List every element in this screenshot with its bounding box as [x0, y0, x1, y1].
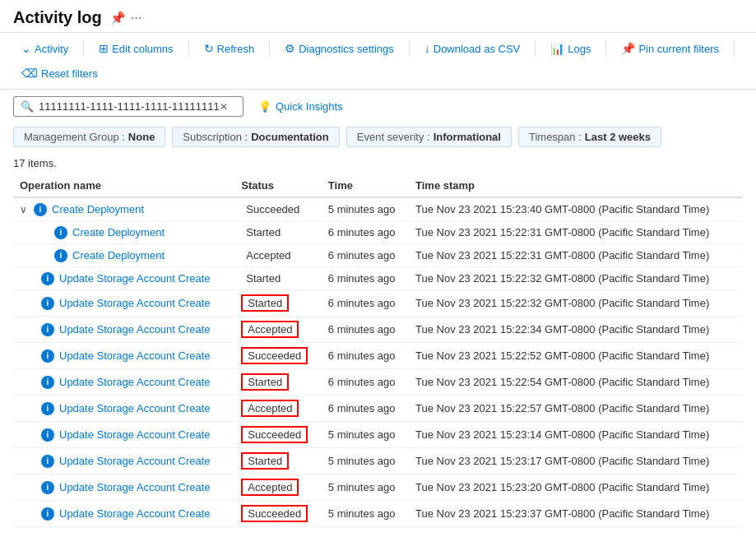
- table-row[interactable]: iUpdate Storage Account CreateAccepted6 …: [13, 317, 743, 343]
- operation-name[interactable]: Create Deployment: [52, 203, 144, 215]
- status-cell: Started: [234, 448, 322, 474]
- time-cell: 5 minutes ago: [322, 197, 409, 221]
- operation-name[interactable]: Create Deployment: [72, 249, 165, 261]
- info-icon: i: [54, 226, 67, 239]
- filter-tag-event-severity[interactable]: Event severity : Informational: [346, 127, 512, 147]
- separator: [409, 40, 410, 57]
- operation-name[interactable]: Update Storage Account Create: [59, 428, 211, 441]
- col-operation-name: Operation name: [13, 174, 234, 197]
- operation-cell: iCreate Deployment: [13, 221, 234, 244]
- chevron-icon[interactable]: ∨: [20, 204, 27, 215]
- status-value: Accepted: [241, 248, 295, 262]
- table-row[interactable]: iUpdate Storage Account CreateSucceeded6…: [13, 343, 743, 369]
- separator: [605, 40, 606, 57]
- timestamp-cell: Tue Nov 23 2021 15:22:31 GMT-0800 (Pacif…: [409, 221, 743, 244]
- time-cell: 6 minutes ago: [322, 244, 409, 267]
- timestamp-cell: Tue Nov 23 2021 15:22:32 GMT-0800 (Pacif…: [409, 290, 743, 317]
- col-timestamp: Time stamp: [409, 174, 743, 197]
- refresh-label: Refresh: [217, 43, 255, 55]
- operation-cell: iUpdate Storage Account Create: [13, 290, 234, 317]
- filter-bar: 🔍 ✕ 💡 Quick Insights: [0, 90, 756, 123]
- filter-tag-management-group[interactable]: Management Group : None: [13, 127, 165, 147]
- status-value: Started: [241, 271, 285, 285]
- search-box[interactable]: 🔍 ✕: [13, 96, 243, 117]
- table-row[interactable]: iCreate DeploymentAccepted6 minutes agoT…: [13, 244, 743, 267]
- search-input[interactable]: [39, 100, 220, 113]
- timestamp-cell: Tue Nov 23 2021 15:23:40 GMT-0800 (Pacif…: [409, 197, 743, 221]
- activity-label: Activity: [35, 43, 68, 55]
- operation-name[interactable]: Update Storage Account Create: [59, 455, 211, 467]
- refresh-button[interactable]: ↻ Refresh: [196, 38, 263, 59]
- operation-name[interactable]: Update Storage Account Create: [59, 507, 211, 520]
- operation-name[interactable]: Update Storage Account Create: [59, 323, 211, 336]
- status-cell: Started: [234, 290, 322, 317]
- operation-cell: iUpdate Storage Account Create: [13, 501, 234, 527]
- separator: [188, 40, 189, 57]
- separator: [269, 40, 270, 57]
- pin-icon[interactable]: 📌: [110, 11, 126, 25]
- edit-columns-label: Edit columns: [112, 43, 173, 55]
- columns-icon: ⊞: [99, 42, 109, 55]
- table-row[interactable]: ∨iCreate DeploymentSucceeded5 minutes ag…: [13, 197, 743, 221]
- table-row[interactable]: iUpdate Storage Account CreateAccepted6 …: [13, 396, 743, 422]
- operation-name[interactable]: Create Deployment: [72, 226, 165, 238]
- separator: [734, 40, 735, 57]
- filter-value-mg: None: [128, 131, 155, 143]
- operation-name[interactable]: Update Storage Account Create: [59, 402, 211, 414]
- filter-label-sev: Event severity :: [357, 131, 430, 143]
- quick-insights-button[interactable]: 💡 Quick Insights: [252, 97, 350, 116]
- table-row[interactable]: iUpdate Storage Account CreateStarted5 m…: [13, 448, 743, 474]
- status-value: Succeeded: [241, 505, 308, 522]
- edit-columns-button[interactable]: ⊞ Edit columns: [90, 38, 181, 59]
- download-csv-button[interactable]: ↓ Download as CSV: [416, 38, 529, 59]
- table-row[interactable]: iUpdate Storage Account CreateStarted6 m…: [13, 369, 743, 396]
- table-row[interactable]: iUpdate Storage Account CreateSucceeded5…: [13, 501, 743, 527]
- timestamp-cell: Tue Nov 23 2021 15:22:32 GMT-0800 (Pacif…: [409, 267, 743, 290]
- table-row[interactable]: iUpdate Storage Account CreateSucceeded5…: [13, 422, 743, 448]
- operation-cell: iUpdate Storage Account Create: [13, 448, 234, 474]
- table-row[interactable]: iUpdate Storage Account CreateStarted6 m…: [13, 290, 743, 317]
- status-cell: Succeeded: [234, 422, 322, 448]
- pin-filters-label: Pin current filters: [638, 43, 719, 55]
- logs-button[interactable]: 📊 Logs: [542, 38, 599, 59]
- logs-icon: 📊: [550, 42, 564, 55]
- info-icon: i: [41, 455, 54, 468]
- time-cell: 5 minutes ago: [322, 422, 409, 448]
- operation-cell: iUpdate Storage Account Create: [13, 267, 234, 290]
- time-cell: 5 minutes ago: [322, 501, 409, 527]
- status-cell: Succeeded: [234, 501, 322, 527]
- info-icon: i: [41, 297, 54, 310]
- logs-label: Logs: [568, 43, 591, 55]
- operation-name[interactable]: Update Storage Account Create: [59, 272, 211, 285]
- more-options-icon[interactable]: ···: [131, 11, 141, 25]
- diagnostics-label: Diagnostics settings: [299, 43, 394, 55]
- filter-tag-timespan[interactable]: Timespan : Last 2 weeks: [518, 127, 661, 147]
- clear-search-icon[interactable]: ✕: [220, 101, 228, 113]
- reset-filters-button[interactable]: ⌫ Reset filters: [13, 62, 106, 84]
- info-icon: i: [41, 376, 54, 389]
- status-cell: Succeeded: [234, 197, 322, 221]
- table-row[interactable]: iUpdate Storage Account CreateAccepted5 …: [13, 474, 743, 501]
- operation-cell: iUpdate Storage Account Create: [13, 396, 234, 422]
- col-status: Status: [234, 174, 322, 197]
- table-row[interactable]: iUpdate Storage Account CreateStarted6 m…: [13, 267, 743, 290]
- title-bar: Activity log 📌 ···: [0, 0, 756, 33]
- operation-name[interactable]: Update Storage Account Create: [59, 349, 211, 362]
- diagnostics-button[interactable]: ⚙ Diagnostics settings: [276, 38, 402, 59]
- download-csv-label: Download as CSV: [434, 43, 521, 55]
- operation-cell: iUpdate Storage Account Create: [13, 317, 234, 343]
- table-row[interactable]: iCreate DeploymentStarted6 minutes agoTu…: [13, 221, 743, 244]
- status-value: Started: [241, 452, 289, 470]
- status-cell: Accepted: [234, 396, 322, 422]
- operation-name[interactable]: Update Storage Account Create: [59, 481, 211, 493]
- operation-name[interactable]: Update Storage Account Create: [59, 297, 211, 309]
- operation-name[interactable]: Update Storage Account Create: [59, 376, 211, 388]
- filter-value-sub: Documentation: [251, 131, 329, 143]
- activity-button[interactable]: ⌄ Activity: [13, 38, 77, 59]
- pin-filters-button[interactable]: 📌 Pin current filters: [613, 38, 727, 59]
- time-cell: 6 minutes ago: [322, 343, 409, 369]
- operation-cell: iUpdate Storage Account Create: [13, 343, 234, 369]
- filter-tag-subscription[interactable]: Subscription : Documentation: [172, 127, 339, 147]
- status-value: Accepted: [241, 479, 299, 496]
- filter-label-mg: Management Group :: [24, 131, 125, 143]
